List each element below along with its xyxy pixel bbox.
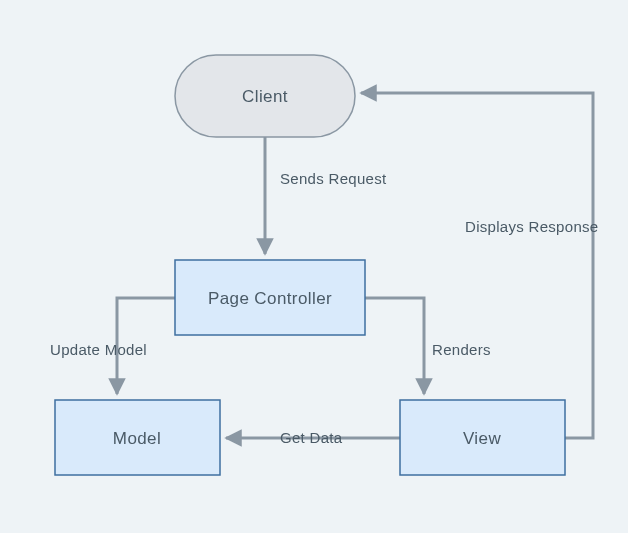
edge-update-model: Update Model xyxy=(50,298,175,394)
node-label-view: View xyxy=(463,429,501,448)
edge-label-displays-response: Displays Response xyxy=(465,218,599,235)
edge-label-update-model: Update Model xyxy=(50,341,147,358)
edge-label-get-data: Get Data xyxy=(280,429,343,446)
edge-label-sends-request: Sends Request xyxy=(280,170,387,187)
node-view: View xyxy=(400,400,565,475)
node-label-model: Model xyxy=(113,429,161,448)
node-client: Client xyxy=(175,55,355,137)
node-label-client: Client xyxy=(242,87,288,106)
edge-displays-response: Displays Response xyxy=(361,93,599,438)
node-model: Model xyxy=(55,400,220,475)
edge-label-renders: Renders xyxy=(432,341,491,358)
node-label-page-controller: Page Controller xyxy=(208,289,332,308)
architecture-diagram: Sends Request Update Model Renders Get D… xyxy=(0,0,628,533)
node-page-controller: Page Controller xyxy=(175,260,365,335)
edge-renders: Renders xyxy=(365,298,491,394)
edge-sends-request: Sends Request xyxy=(265,137,387,254)
edge-get-data: Get Data xyxy=(226,429,400,446)
